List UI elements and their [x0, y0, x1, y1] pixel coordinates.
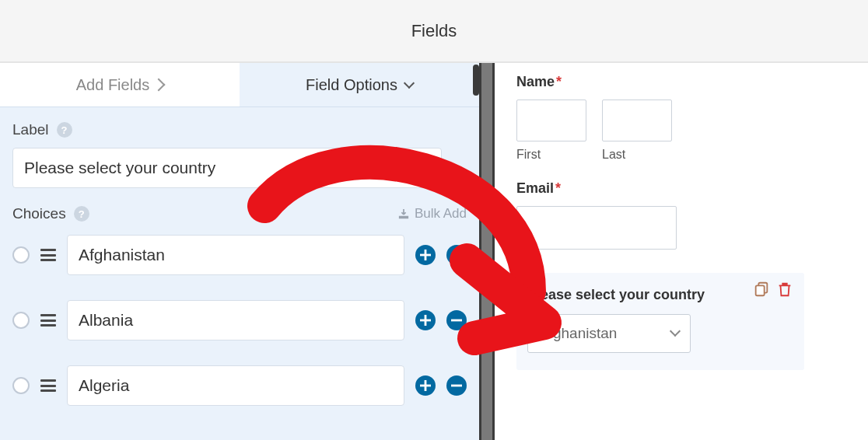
country-select-value: Afghanistan [539, 325, 617, 342]
email-field: Email* [516, 180, 846, 273]
tab-add-fields[interactable]: Add Fields [0, 63, 240, 107]
svg-rect-2 [451, 254, 462, 257]
drag-handle-icon[interactable] [40, 249, 56, 261]
svg-rect-4 [420, 320, 431, 322]
name-label: Name [516, 74, 555, 89]
first-name-sublabel: First [516, 148, 586, 162]
label-input[interactable] [12, 148, 442, 188]
duplicate-icon[interactable] [753, 281, 770, 298]
required-indicator: * [555, 180, 561, 196]
default-radio[interactable] [12, 377, 30, 394]
add-choice-button[interactable] [415, 375, 436, 396]
email-input[interactable] [516, 206, 677, 250]
page-header: Fields [0, 0, 868, 63]
panel-divider[interactable] [479, 63, 495, 440]
minus-icon [451, 250, 462, 260]
svg-rect-8 [451, 385, 462, 387]
email-label: Email [516, 180, 554, 196]
choice-row [12, 235, 467, 275]
choice-input[interactable] [67, 300, 404, 340]
drag-handle-icon[interactable] [40, 314, 56, 327]
svg-rect-7 [420, 385, 431, 387]
scrollbar-thumb[interactable] [473, 65, 479, 96]
name-field: Name* First Last [516, 74, 846, 162]
form-preview: Name* First Last Email* [495, 63, 868, 440]
add-choice-button[interactable] [415, 310, 436, 330]
bulk-add-button[interactable]: Bulk Add [398, 206, 467, 222]
main-area: Add Fields Field Options Label ? Choices… [0, 63, 868, 440]
remove-choice-button[interactable] [446, 310, 467, 330]
remove-choice-button[interactable] [446, 245, 467, 265]
default-radio[interactable] [12, 312, 30, 329]
help-icon[interactable]: ? [74, 206, 89, 222]
trash-icon[interactable] [776, 281, 793, 298]
choice-row [12, 365, 467, 406]
choice-input[interactable] [67, 365, 404, 406]
tab-field-options-label: Field Options [306, 76, 397, 94]
minus-icon [451, 380, 462, 391]
label-section: Label ? [0, 107, 479, 193]
country-select[interactable]: Afghanistan [527, 314, 691, 353]
field-options-panel: Add Fields Field Options Label ? Choices… [0, 63, 479, 440]
bulk-add-label: Bulk Add [415, 206, 467, 222]
choice-input[interactable] [67, 235, 404, 275]
last-name-input[interactable] [602, 100, 672, 141]
chevron-down-icon [670, 326, 681, 337]
svg-rect-10 [756, 285, 765, 295]
choices-title: Choices [12, 205, 66, 222]
choices-header: Choices ? Bulk Add [0, 193, 479, 225]
panel-tabs: Add Fields Field Options [0, 63, 479, 107]
svg-rect-5 [451, 320, 462, 322]
required-indicator: * [556, 74, 562, 89]
minus-icon [451, 315, 462, 326]
choice-row [12, 300, 467, 340]
tab-add-fields-label: Add Fields [76, 76, 150, 94]
plus-icon [420, 315, 431, 326]
last-name-sublabel: Last [602, 148, 672, 162]
tab-field-options[interactable]: Field Options [240, 63, 479, 107]
download-icon [398, 208, 409, 219]
first-name-input[interactable] [516, 100, 586, 141]
page-title: Fields [411, 21, 457, 41]
drag-handle-icon[interactable] [40, 379, 56, 392]
chevron-right-icon [152, 79, 166, 92]
remove-choice-button[interactable] [446, 375, 467, 396]
svg-rect-1 [420, 254, 431, 257]
default-radio[interactable] [12, 246, 30, 264]
choice-list [0, 225, 479, 440]
country-field-selected[interactable]: Please select your country Afghanistan [516, 273, 804, 370]
label-title: Label [12, 121, 49, 138]
plus-icon [420, 380, 431, 391]
add-choice-button[interactable] [415, 245, 436, 265]
chevron-down-icon [404, 78, 415, 89]
plus-icon [420, 250, 431, 260]
help-icon[interactable]: ? [57, 122, 72, 138]
